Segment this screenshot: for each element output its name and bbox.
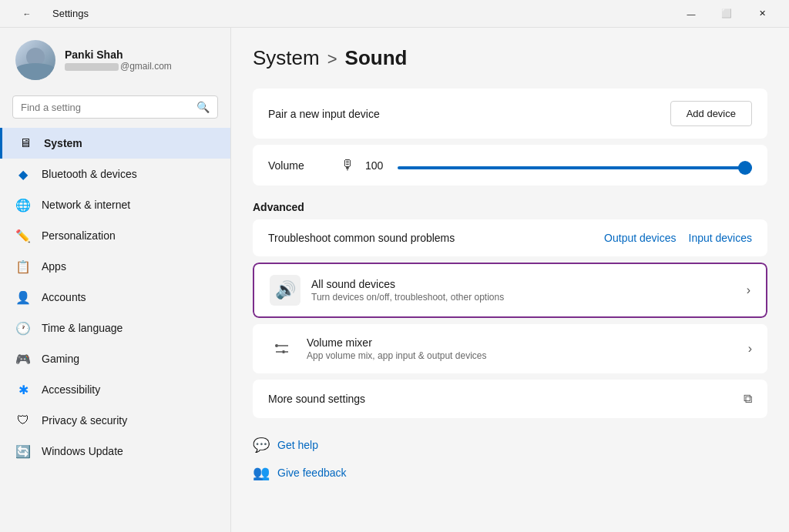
time-icon: 🕐 bbox=[15, 320, 31, 336]
back-button[interactable]: ← bbox=[9, 3, 45, 25]
sidebar-item-time[interactable]: 🕐 Time & language bbox=[0, 313, 230, 343]
sidebar-item-label: Windows Update bbox=[42, 445, 123, 457]
volume-mixer-name: Volume mixer bbox=[307, 336, 748, 349]
volume-card: Volume 🎙 100 bbox=[253, 145, 767, 186]
close-button[interactable]: ✕ bbox=[744, 3, 780, 25]
sidebar-item-accounts[interactable]: 👤 Accounts bbox=[0, 282, 230, 313]
all-devices-desc: Turn devices on/off, troubleshoot, other… bbox=[311, 292, 747, 303]
pair-device-row: Pair a new input device Add device bbox=[253, 89, 767, 139]
svg-point-2 bbox=[282, 350, 285, 353]
give-feedback-link[interactable]: 👥 Give feedback bbox=[253, 464, 767, 481]
chevron-right-icon: › bbox=[747, 283, 750, 297]
microphone-icon: 🎙 bbox=[341, 157, 354, 173]
get-help-link[interactable]: 💬 Get help bbox=[253, 437, 767, 453]
volume-row: Volume 🎙 100 bbox=[253, 145, 767, 186]
update-icon: 🔄 bbox=[15, 443, 31, 459]
troubleshoot-row: Troubleshoot common sound problems Outpu… bbox=[253, 219, 767, 256]
all-sound-devices-card: 🔊 All sound devices Turn devices on/off,… bbox=[253, 263, 767, 318]
user-name: Panki Shah bbox=[65, 49, 215, 61]
search-icon: 🔍 bbox=[196, 101, 210, 113]
add-device-button[interactable]: Add device bbox=[670, 101, 752, 126]
sidebar-item-label: Network & internet bbox=[42, 199, 130, 211]
volume-label: Volume bbox=[268, 159, 330, 172]
bottom-links: 💬 Get help 👥 Give feedback bbox=[253, 437, 767, 481]
sidebar-item-label: Accessibility bbox=[42, 383, 100, 396]
sidebar-item-update[interactable]: 🔄 Windows Update bbox=[0, 436, 230, 467]
pair-device-label: Pair a new input device bbox=[268, 108, 380, 120]
nav-list: 🖥 System ◆ Bluetooth & devices 🌐 Network… bbox=[0, 128, 230, 532]
get-help-label: Get help bbox=[277, 439, 318, 451]
external-link-icon: ⧉ bbox=[744, 392, 752, 406]
sidebar-item-label: System bbox=[44, 137, 82, 149]
breadcrumb-parent: System bbox=[253, 46, 320, 70]
system-icon: 🖥 bbox=[18, 136, 33, 151]
minimize-button[interactable]: — bbox=[673, 3, 709, 25]
more-sound-row[interactable]: More sound settings ⧉ bbox=[253, 380, 767, 418]
sidebar-item-label: Personalization bbox=[42, 229, 116, 242]
volume-mixer-card: Volume mixer App volume mix, app input &… bbox=[253, 324, 767, 373]
sidebar-item-gaming[interactable]: 🎮 Gaming bbox=[0, 343, 230, 374]
output-devices-link[interactable]: Output devices bbox=[604, 232, 676, 244]
sidebar-item-label: Accounts bbox=[42, 291, 86, 303]
volume-mixer-desc: App volume mix, app input & output devic… bbox=[307, 350, 748, 361]
all-devices-text: All sound devices Turn devices on/off, t… bbox=[311, 278, 747, 303]
volume-slider[interactable] bbox=[398, 166, 752, 169]
give-feedback-label: Give feedback bbox=[277, 467, 347, 479]
avatar bbox=[15, 40, 55, 80]
accessibility-icon: ✱ bbox=[15, 382, 31, 397]
sidebar-item-personalization[interactable]: ✏️ Personalization bbox=[0, 220, 230, 251]
troubleshoot-links: Output devices Input devices bbox=[604, 232, 752, 244]
pair-device-card: Pair a new input device Add device bbox=[253, 89, 767, 139]
sidebar-item-bluetooth[interactable]: ◆ Bluetooth & devices bbox=[0, 159, 230, 189]
main-content: System > Sound Pair a new input device A… bbox=[231, 28, 789, 532]
all-sound-devices-row[interactable]: 🔊 All sound devices Turn devices on/off,… bbox=[253, 263, 767, 318]
sidebar-item-apps[interactable]: 📋 Apps bbox=[0, 251, 230, 282]
privacy-icon: 🛡 bbox=[15, 413, 31, 428]
volume-slider-wrap bbox=[398, 159, 752, 172]
sidebar-item-label: Privacy & security bbox=[42, 414, 127, 427]
volume-mixer-row[interactable]: Volume mixer App volume mix, app input &… bbox=[253, 324, 767, 373]
accounts-icon: 👤 bbox=[15, 289, 31, 305]
titlebar-left: ← Settings bbox=[9, 3, 89, 25]
search-box[interactable]: 🔍 bbox=[12, 95, 218, 119]
speaker-icon: 🔊 bbox=[275, 280, 296, 300]
bluetooth-icon: ◆ bbox=[15, 166, 31, 182]
sidebar-item-accessibility[interactable]: ✱ Accessibility bbox=[0, 374, 230, 405]
all-devices-icon-box: 🔊 bbox=[270, 275, 300, 306]
network-icon: 🌐 bbox=[15, 197, 31, 212]
titlebar-controls: — ⬜ ✕ bbox=[673, 3, 780, 25]
volume-mixer-text: Volume mixer App volume mix, app input &… bbox=[307, 336, 748, 361]
breadcrumb-current: Sound bbox=[345, 46, 408, 70]
personalization-icon: ✏️ bbox=[15, 228, 31, 243]
advanced-section-title: Advanced bbox=[253, 201, 767, 213]
sidebar-item-label: Gaming bbox=[42, 353, 79, 365]
sidebar-item-system[interactable]: 🖥 System bbox=[0, 128, 230, 159]
more-sound-label: More sound settings bbox=[268, 393, 365, 405]
app-body: Panki Shah @gmail.com 🔍 🖥 System ◆ Bluet… bbox=[0, 28, 789, 532]
volume-value: 100 bbox=[365, 159, 387, 172]
breadcrumb-separator: > bbox=[327, 49, 337, 69]
maximize-button[interactable]: ⬜ bbox=[709, 3, 744, 25]
sidebar-item-privacy[interactable]: 🛡 Privacy & security bbox=[0, 405, 230, 436]
sidebar-item-network[interactable]: 🌐 Network & internet bbox=[0, 189, 230, 220]
chevron-right-icon: › bbox=[748, 342, 752, 356]
apps-icon: 📋 bbox=[15, 259, 31, 274]
user-email: @gmail.com bbox=[65, 61, 215, 72]
troubleshoot-card: Troubleshoot common sound problems Outpu… bbox=[253, 219, 767, 256]
volume-mixer-icon-box bbox=[268, 335, 296, 363]
search-input[interactable] bbox=[21, 102, 190, 113]
user-info: Panki Shah @gmail.com bbox=[65, 49, 215, 72]
give-feedback-icon: 👥 bbox=[253, 464, 270, 481]
sidebar-item-label: Time & language bbox=[42, 322, 123, 334]
sidebar-item-label: Bluetooth & devices bbox=[42, 168, 137, 180]
troubleshoot-label: Troubleshoot common sound problems bbox=[268, 232, 455, 244]
more-sound-card: More sound settings ⧉ bbox=[253, 380, 767, 418]
titlebar-title: Settings bbox=[52, 8, 89, 19]
sidebar: Panki Shah @gmail.com 🔍 🖥 System ◆ Bluet… bbox=[0, 28, 231, 532]
gaming-icon: 🎮 bbox=[15, 351, 31, 366]
get-help-icon: 💬 bbox=[253, 437, 270, 453]
email-blur bbox=[65, 63, 119, 71]
input-devices-link[interactable]: Input devices bbox=[689, 232, 753, 244]
titlebar: ← Settings — ⬜ ✕ bbox=[0, 0, 789, 28]
page-header: System > Sound bbox=[253, 46, 767, 70]
